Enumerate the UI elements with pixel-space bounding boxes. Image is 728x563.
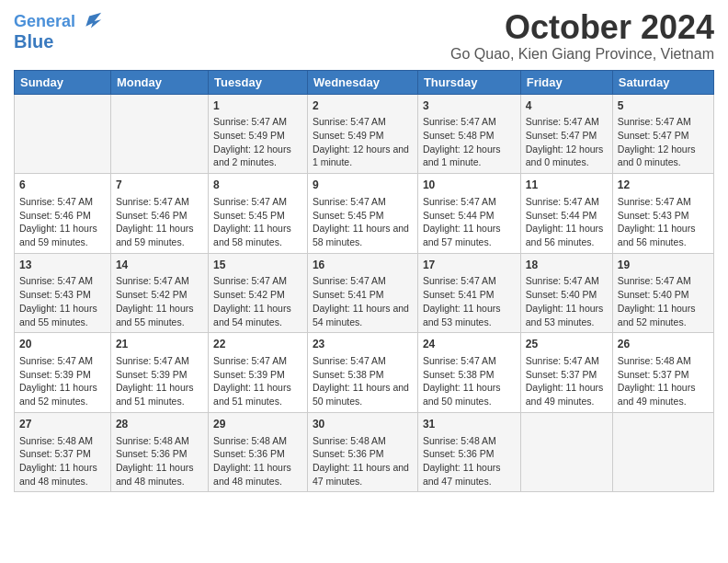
svg-marker-0 [85,13,101,29]
calendar-table: SundayMondayTuesdayWednesdayThursdayFrid… [14,70,714,493]
calendar-day-cell: 13Sunrise: 5:47 AM Sunset: 5:43 PM Dayli… [15,253,111,333]
day-number: 19 [618,258,709,273]
month-title: October 2024 [450,9,714,46]
day-number: 14 [116,258,203,273]
calendar-day-cell: 27Sunrise: 5:48 AM Sunset: 5:37 PM Dayli… [15,412,111,492]
calendar-day-cell: 29Sunrise: 5:48 AM Sunset: 5:36 PM Dayli… [209,412,308,492]
day-number: 24 [423,337,516,352]
calendar-day-cell: 8Sunrise: 5:47 AM Sunset: 5:45 PM Daylig… [209,174,308,254]
day-of-week-header: Thursday [417,70,520,94]
day-number: 25 [526,337,608,352]
day-info: Sunrise: 5:47 AM Sunset: 5:41 PM Dayligh… [423,274,516,328]
calendar-week-row: 13Sunrise: 5:47 AM Sunset: 5:43 PM Dayli… [15,253,714,333]
day-info: Sunrise: 5:47 AM Sunset: 5:43 PM Dayligh… [19,274,106,328]
calendar-week-row: 27Sunrise: 5:48 AM Sunset: 5:37 PM Dayli… [15,412,714,492]
day-info: Sunrise: 5:47 AM Sunset: 5:40 PM Dayligh… [618,274,709,328]
day-number: 15 [213,258,302,273]
day-info: Sunrise: 5:47 AM Sunset: 5:45 PM Dayligh… [213,195,302,249]
day-info: Sunrise: 5:48 AM Sunset: 5:37 PM Dayligh… [19,434,106,488]
logo-bird-icon [77,9,103,35]
day-number: 28 [116,417,203,432]
day-info: Sunrise: 5:48 AM Sunset: 5:36 PM Dayligh… [116,434,203,488]
calendar-day-cell: 11Sunrise: 5:47 AM Sunset: 5:44 PM Dayli… [520,174,612,254]
day-info: Sunrise: 5:47 AM Sunset: 5:44 PM Dayligh… [423,195,516,249]
calendar-day-cell [612,412,713,492]
calendar-day-cell: 4Sunrise: 5:47 AM Sunset: 5:47 PM Daylig… [520,94,612,174]
day-of-week-header: Friday [520,70,612,94]
calendar-header-row: SundayMondayTuesdayWednesdayThursdayFrid… [15,70,714,94]
day-info: Sunrise: 5:47 AM Sunset: 5:46 PM Dayligh… [19,195,106,249]
day-number: 8 [213,178,302,193]
day-of-week-header: Sunday [15,70,111,94]
calendar-day-cell: 15Sunrise: 5:47 AM Sunset: 5:42 PM Dayli… [209,253,308,333]
calendar-day-cell: 7Sunrise: 5:47 AM Sunset: 5:46 PM Daylig… [110,174,208,254]
calendar-day-cell [520,412,612,492]
day-info: Sunrise: 5:47 AM Sunset: 5:42 PM Dayligh… [213,274,302,328]
day-number: 10 [423,178,516,193]
day-info: Sunrise: 5:47 AM Sunset: 5:39 PM Dayligh… [213,354,302,408]
calendar-day-cell: 18Sunrise: 5:47 AM Sunset: 5:40 PM Dayli… [520,253,612,333]
calendar-day-cell: 2Sunrise: 5:47 AM Sunset: 5:49 PM Daylig… [307,94,417,174]
calendar-day-cell: 25Sunrise: 5:47 AM Sunset: 5:37 PM Dayli… [520,333,612,413]
day-info: Sunrise: 5:47 AM Sunset: 5:49 PM Dayligh… [213,115,302,169]
calendar-day-cell: 26Sunrise: 5:48 AM Sunset: 5:37 PM Dayli… [612,333,713,413]
day-info: Sunrise: 5:48 AM Sunset: 5:37 PM Dayligh… [618,354,709,408]
day-number: 7 [116,178,203,193]
day-number: 22 [213,337,302,352]
day-info: Sunrise: 5:48 AM Sunset: 5:36 PM Dayligh… [423,434,516,488]
day-number: 12 [618,178,709,193]
day-number: 21 [116,337,203,352]
day-info: Sunrise: 5:47 AM Sunset: 5:40 PM Dayligh… [526,274,608,328]
calendar-week-row: 1Sunrise: 5:47 AM Sunset: 5:49 PM Daylig… [15,94,714,174]
calendar-day-cell: 21Sunrise: 5:47 AM Sunset: 5:39 PM Dayli… [110,333,208,413]
day-info: Sunrise: 5:47 AM Sunset: 5:45 PM Dayligh… [313,195,413,249]
day-of-week-header: Monday [110,70,208,94]
calendar-day-cell: 16Sunrise: 5:47 AM Sunset: 5:41 PM Dayli… [307,253,417,333]
calendar-day-cell: 24Sunrise: 5:47 AM Sunset: 5:38 PM Dayli… [417,333,520,413]
day-number: 11 [526,178,608,193]
day-number: 2 [313,98,413,114]
title-area: October 2024 Go Quao, Kien Giang Provinc… [450,9,714,63]
day-of-week-header: Wednesday [307,70,417,94]
calendar-day-cell: 6Sunrise: 5:47 AM Sunset: 5:46 PM Daylig… [15,174,111,254]
day-info: Sunrise: 5:47 AM Sunset: 5:39 PM Dayligh… [116,354,203,408]
day-info: Sunrise: 5:47 AM Sunset: 5:37 PM Dayligh… [526,354,608,408]
day-info: Sunrise: 5:47 AM Sunset: 5:39 PM Dayligh… [19,354,106,408]
calendar-day-cell: 23Sunrise: 5:47 AM Sunset: 5:38 PM Dayli… [307,333,417,413]
calendar-day-cell: 31Sunrise: 5:48 AM Sunset: 5:36 PM Dayli… [417,412,520,492]
day-info: Sunrise: 5:47 AM Sunset: 5:48 PM Dayligh… [423,115,516,169]
calendar-day-cell: 12Sunrise: 5:47 AM Sunset: 5:43 PM Dayli… [612,174,713,254]
day-info: Sunrise: 5:47 AM Sunset: 5:47 PM Dayligh… [618,115,709,169]
location-subtitle: Go Quao, Kien Giang Province, Vietnam [450,46,714,63]
calendar-day-cell: 19Sunrise: 5:47 AM Sunset: 5:40 PM Dayli… [612,253,713,333]
day-info: Sunrise: 5:47 AM Sunset: 5:41 PM Dayligh… [313,274,413,328]
calendar-week-row: 6Sunrise: 5:47 AM Sunset: 5:46 PM Daylig… [15,174,714,254]
day-number: 16 [313,258,413,273]
day-number: 9 [313,178,413,193]
calendar-week-row: 20Sunrise: 5:47 AM Sunset: 5:39 PM Dayli… [15,333,714,413]
day-of-week-header: Tuesday [209,70,308,94]
day-info: Sunrise: 5:47 AM Sunset: 5:38 PM Dayligh… [423,354,516,408]
day-info: Sunrise: 5:47 AM Sunset: 5:49 PM Dayligh… [313,115,413,169]
day-number: 1 [213,98,302,114]
day-number: 30 [313,417,413,432]
calendar-day-cell: 14Sunrise: 5:47 AM Sunset: 5:42 PM Dayli… [110,253,208,333]
day-info: Sunrise: 5:47 AM Sunset: 5:43 PM Dayligh… [618,195,709,249]
day-info: Sunrise: 5:47 AM Sunset: 5:46 PM Dayligh… [116,195,203,249]
day-number: 26 [618,337,709,352]
logo: General Blue [14,9,103,52]
day-number: 13 [19,258,106,273]
calendar-day-cell [15,94,111,174]
calendar-day-cell: 20Sunrise: 5:47 AM Sunset: 5:39 PM Dayli… [15,333,111,413]
logo-text: General [14,13,75,31]
day-number: 31 [423,417,516,432]
calendar-day-cell: 28Sunrise: 5:48 AM Sunset: 5:36 PM Dayli… [110,412,208,492]
day-number: 5 [618,98,709,114]
day-info: Sunrise: 5:47 AM Sunset: 5:38 PM Dayligh… [313,354,413,408]
day-info: Sunrise: 5:47 AM Sunset: 5:44 PM Dayligh… [526,195,608,249]
day-number: 18 [526,258,608,273]
logo-blue-text: Blue [14,31,53,52]
calendar-day-cell: 30Sunrise: 5:48 AM Sunset: 5:36 PM Dayli… [307,412,417,492]
day-info: Sunrise: 5:47 AM Sunset: 5:42 PM Dayligh… [116,274,203,328]
calendar-day-cell: 17Sunrise: 5:47 AM Sunset: 5:41 PM Dayli… [417,253,520,333]
